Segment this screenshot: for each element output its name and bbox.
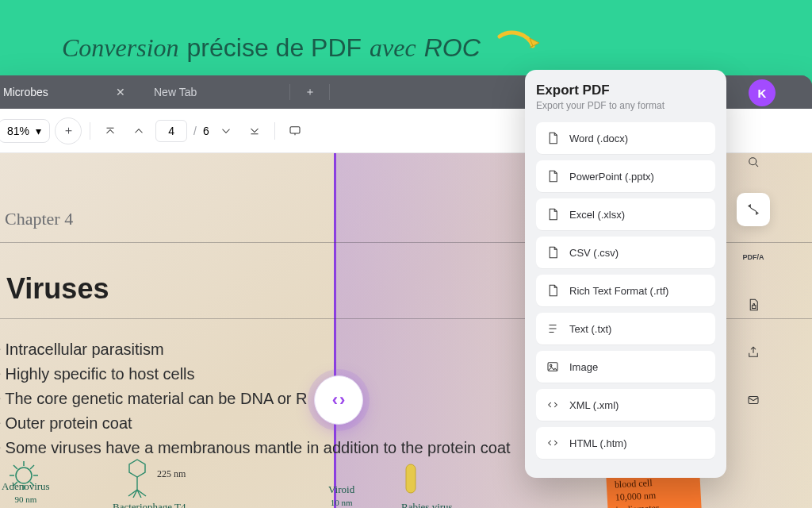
export-format-rtf[interactable]: Rich Text Format (.rtf) [536, 275, 715, 306]
double-down-bar-icon [247, 124, 262, 138]
tab-new[interactable]: New Tab [140, 75, 290, 109]
svg-rect-21 [749, 397, 758, 404]
compare-slider-handle[interactable]: ‹ › [314, 375, 363, 425]
chevron-right-icon: › [339, 390, 345, 410]
diagram-label-adenovirus: Adenovirus90 nm [2, 480, 50, 506]
file-icon [546, 131, 560, 145]
zoom-value: 81% [7, 125, 29, 137]
svg-marker-10 [129, 460, 145, 477]
file-icon [546, 283, 560, 298]
hero-word-4: ROC [424, 33, 481, 63]
image-icon [546, 360, 560, 374]
svg-rect-20 [753, 306, 756, 309]
first-page-button[interactable] [98, 119, 122, 143]
svg-line-8 [30, 465, 34, 469]
new-tab-button[interactable]: ＋ [290, 75, 330, 109]
separator [90, 122, 90, 140]
code-icon [546, 436, 560, 450]
protect-button[interactable] [737, 288, 770, 321]
separator [274, 122, 275, 140]
tab-label: Microbes [3, 86, 48, 98]
tab-label: New Tab [154, 86, 197, 98]
text-icon [546, 321, 560, 336]
prev-page-button[interactable] [127, 119, 151, 143]
export-format-txt[interactable]: Text (.txt) [536, 313, 715, 344]
pdfa-button[interactable]: PDF/A [737, 241, 770, 274]
plus-icon: ＋ [63, 123, 75, 138]
hero-caption: Conversion précise de PDF avec ROC [62, 30, 541, 65]
convert-button[interactable] [737, 193, 770, 226]
zoom-in-button[interactable]: ＋ [55, 117, 82, 144]
mail-icon [746, 393, 760, 407]
export-format-word[interactable]: Word (.docx) [536, 122, 715, 154]
avatar[interactable]: K [749, 79, 776, 106]
zoom-control[interactable]: 81% ▾ [0, 119, 50, 143]
page-total: 6 [203, 125, 209, 137]
svg-rect-16 [406, 464, 416, 493]
diagram-label-viroid: Viroid10 nm [328, 483, 354, 508]
curvy-arrow-icon [496, 30, 541, 65]
export-panel: Export PDF Export your PDF to any format… [525, 70, 726, 478]
page-indicator: 4 / 6 [155, 120, 209, 142]
hero-word-3: avec [370, 33, 416, 63]
export-format-powerpoint[interactable]: PowerPoint (.pptx) [536, 160, 715, 192]
chevron-down-icon: ▾ [36, 125, 41, 137]
page-heading: Viruses [6, 272, 109, 306]
presentation-button[interactable] [283, 119, 307, 143]
search-icon [746, 155, 760, 169]
pdfa-icon: PDF/A [743, 254, 764, 261]
slash: / [193, 125, 197, 137]
chapter-label: Chapter 4 [5, 209, 73, 229]
hero-word-2: précise de PDF [187, 33, 362, 63]
file-icon [546, 245, 560, 260]
next-page-button[interactable] [214, 119, 238, 143]
plus-icon: ＋ [304, 85, 316, 99]
tab-active[interactable]: Microbes ✕ [0, 75, 140, 109]
svg-line-6 [13, 465, 17, 469]
code-icon [546, 398, 560, 412]
export-format-csv[interactable]: CSV (.csv) [536, 237, 715, 268]
current-page-input[interactable]: 4 [155, 120, 187, 142]
export-format-xml[interactable]: XML (.xml) [536, 389, 715, 421]
list-item: Highly specific to host cells [0, 362, 511, 387]
screen-icon [288, 124, 302, 138]
chevron-down-icon [219, 124, 233, 138]
last-page-button[interactable] [243, 119, 266, 143]
right-tool-rail: PDF/A [731, 109, 776, 417]
list-item: Outer protein coat [0, 411, 511, 436]
svg-point-19 [749, 158, 756, 165]
svg-point-18 [550, 364, 552, 366]
export-subtitle: Export your PDF to any format [536, 100, 715, 111]
chevron-left-icon: ‹ [332, 390, 338, 410]
export-title: Export PDF [536, 83, 715, 98]
export-format-image[interactable]: Image [536, 351, 715, 383]
diagram-label-rabies: Rabies virus [401, 501, 453, 508]
rabies-icon [401, 461, 420, 499]
svg-rect-0 [290, 126, 300, 133]
list-item: The core genetic material can be DNA or … [0, 387, 511, 411]
share-icon [746, 345, 760, 360]
file-icon [546, 169, 560, 183]
bacteriophage-icon [124, 458, 151, 498]
chevron-up-icon [132, 124, 146, 138]
diagram-size-bacteriophage: 225 nm [157, 468, 186, 480]
file-icon [546, 207, 560, 221]
export-format-html[interactable]: HTML (.htm) [536, 427, 715, 459]
close-icon[interactable]: ✕ [116, 86, 125, 98]
export-format-excel[interactable]: Excel (.xlsx) [536, 198, 715, 230]
bullet-list: Intracellular parasitism Highly specific… [0, 337, 511, 460]
share-button[interactable] [737, 336, 770, 369]
convert-icon [746, 202, 760, 217]
double-up-bar-icon [103, 124, 117, 138]
search-button[interactable] [737, 145, 770, 179]
lock-file-icon [746, 298, 760, 312]
diagram-label-bacteriophage: Bacteriophage T4 [113, 501, 186, 508]
mail-button[interactable] [737, 383, 770, 417]
hero-word-1: Conversion [62, 33, 179, 63]
list-item: Intracellular parasitism [0, 337, 511, 362]
